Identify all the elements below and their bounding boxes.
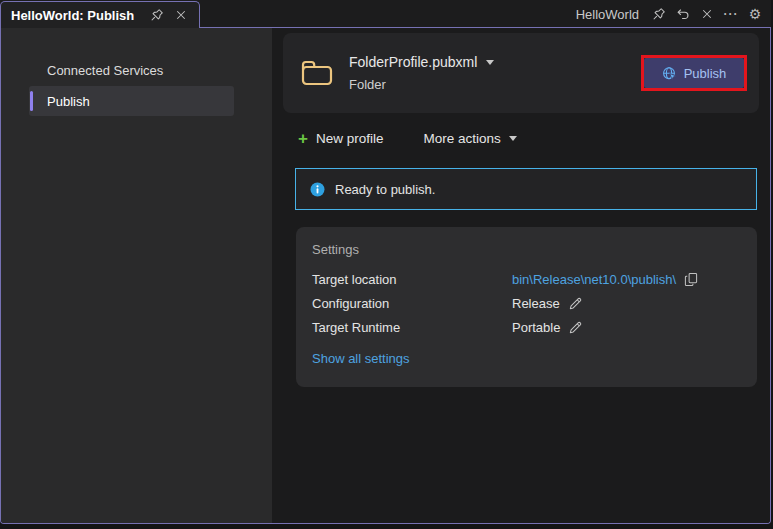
profile-type-label: Folder [349, 77, 494, 92]
window-controls: HelloWorld [576, 0, 763, 28]
settings-heading: Settings [312, 239, 741, 259]
publish-globe-icon [662, 66, 677, 81]
target-runtime-value: Portable [512, 320, 560, 335]
gear-icon[interactable]: ⚙ [747, 6, 763, 22]
publish-button[interactable]: Publish [644, 58, 744, 88]
setting-label: Target location [312, 272, 512, 287]
profile-selector-dropdown[interactable]: FolderProfile.pubxml [349, 54, 494, 70]
setting-row-target-runtime: Target Runtime Portable [312, 315, 741, 339]
tab-title: HelloWorld: Publish [11, 8, 141, 23]
pin-icon[interactable] [651, 6, 667, 22]
target-location-link[interactable]: bin\Release\net10.0\publish\ [512, 272, 676, 287]
profile-header-panel: FolderProfile.pubxml Folder [283, 33, 759, 113]
show-all-settings-row: Show all settings [312, 351, 741, 366]
status-message: Ready to publish. [335, 182, 435, 197]
edit-pencil-icon[interactable] [568, 320, 583, 335]
settings-rows: Target location bin\Release\net10.0\publ… [312, 267, 741, 339]
new-profile-label: New profile [316, 131, 384, 146]
profile-actions-row: + New profile More actions [298, 123, 770, 153]
close-icon[interactable] [173, 7, 189, 23]
publish-button-label: Publish [684, 66, 727, 81]
chevron-down-icon [509, 136, 517, 141]
sidebar-item-label: Publish [47, 94, 90, 109]
configuration-value: Release [512, 296, 560, 311]
pin-icon[interactable] [149, 7, 165, 23]
folder-icon [301, 60, 333, 86]
info-icon [310, 182, 325, 197]
copy-icon[interactable] [684, 272, 698, 287]
profile-name: FolderProfile.pubxml [349, 54, 477, 70]
sidebar: Connected Services Publish [1, 28, 272, 523]
screenshot-root: HelloWorld: Publish HelloWorld [0, 0, 773, 529]
sidebar-item-label: Connected Services [47, 63, 163, 78]
new-profile-button[interactable]: + New profile [298, 130, 383, 147]
publish-main-pane: FolderProfile.pubxml Folder [272, 28, 770, 523]
more-actions-dropdown[interactable]: More actions [423, 131, 516, 146]
settings-panel: Settings Target location bin\Release\net… [296, 227, 757, 387]
chevron-down-icon [486, 60, 494, 65]
close-icon[interactable] [699, 6, 715, 22]
edit-pencil-icon[interactable] [568, 296, 583, 311]
undock-back-icon[interactable] [675, 6, 691, 22]
title-bar: HelloWorld: Publish HelloWorld [0, 0, 771, 28]
annotation-highlight-box: Publish [641, 55, 747, 91]
plus-icon: + [298, 130, 308, 147]
publish-tool-window: HelloWorld: Publish HelloWorld [0, 0, 771, 525]
window-body: Connected Services Publish [0, 28, 771, 524]
show-all-settings-link[interactable]: Show all settings [312, 351, 410, 366]
status-banner: Ready to publish. [295, 168, 757, 210]
setting-row-target-location: Target location bin\Release\net10.0\publ… [312, 267, 741, 291]
profile-info: FolderProfile.pubxml Folder [349, 54, 494, 92]
setting-label: Target Runtime [312, 320, 512, 335]
sidebar-item-connected-services[interactable]: Connected Services [29, 55, 234, 85]
sidebar-item-publish[interactable]: Publish [29, 86, 234, 116]
tab-helloworld-publish[interactable]: HelloWorld: Publish [0, 1, 200, 28]
setting-row-configuration: Configuration Release [312, 291, 741, 315]
ellipsis-menu-icon[interactable]: ··· [723, 6, 739, 22]
more-actions-label: More actions [423, 131, 500, 146]
window-title: HelloWorld [576, 7, 639, 22]
selection-indicator [30, 91, 33, 111]
setting-label: Configuration [312, 296, 512, 311]
